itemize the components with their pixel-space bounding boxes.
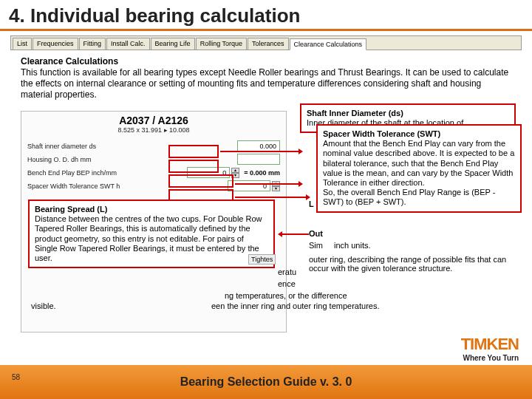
frag-inch: inch units. (334, 241, 371, 250)
callout-shaft-title: Shaft Inner Diameter (ds) (307, 109, 403, 117)
brand-tag: Where You Turn (461, 354, 519, 362)
tab-list[interactable]: List (13, 38, 32, 50)
arrow-swt (235, 197, 309, 198)
input-dh[interactable] (237, 154, 280, 165)
label-bep: Bench End Play BEP inch/mm (27, 169, 187, 177)
callout-swt-title: Spacer Width Tolerance (SWT) (323, 129, 440, 138)
input-ds[interactable] (237, 140, 280, 151)
callout-swt: Spacer Width Tolerance (SWT) Amount that… (316, 124, 522, 213)
tab-life[interactable]: Bearing Life (151, 38, 195, 50)
row-ds: Shaft inner diameter ds (27, 140, 280, 151)
unit-bep: = 0.000 mm (244, 169, 280, 177)
brand-block: TIMKEN Where You Turn (461, 335, 519, 362)
frag-outer-ring: outer ring, describing the range of poss… (309, 255, 516, 273)
callout-spread-title: Bearing Spread (L) (35, 205, 107, 214)
frag-out: Out (309, 229, 323, 238)
tab-fitting[interactable]: Fitting (79, 38, 106, 50)
row-swt: Spacer Width Tolerance SWT h ▴▾ (27, 180, 280, 191)
tab-clearance[interactable]: Clearance Calculations (290, 38, 367, 50)
row-dh: Housing O. D. dh mm (27, 154, 280, 165)
stepper-swt[interactable]: ▴▾ (272, 181, 280, 191)
arrow-bep (235, 183, 301, 185)
tab-tolerances[interactable]: Tolerances (248, 38, 289, 50)
intro-body: This function is available for all beari… (21, 67, 508, 100)
footer-bar: 58 Bearing Selection Guide v. 3. 0 (0, 365, 532, 399)
row-bep: Bench End Play BEP inch/mm ▴▾ = 0.000 mm (27, 167, 280, 178)
callout-spread-body: Distance between the centres of the two … (35, 214, 262, 262)
frag-temp2: ng temperatures, or the difference (225, 291, 347, 300)
callout-spread: Bearing Spread (L) Distance between the … (28, 200, 275, 268)
frag-L: L (309, 200, 314, 208)
frag-visible: visible. (31, 301, 56, 310)
highlight-dh (168, 160, 219, 173)
highlight-bep (168, 174, 233, 188)
bearing-name: A2037 / A2126 (21, 115, 286, 126)
tab-bar: List Frequencies Fitting Install Calc. B… (10, 35, 522, 50)
intro-heading: Clearance Calculations (21, 56, 118, 66)
tab-install[interactable]: Install Calc. (106, 38, 150, 50)
page-number: 58 (12, 373, 20, 381)
frag-sim: Sim (309, 241, 323, 250)
footer-title: Bearing Selection Guide v. 3. 0 (180, 375, 352, 389)
slide-header: 4. Individual bearing calculation (0, 0, 532, 31)
arrow-out (279, 233, 309, 235)
highlight-ds (168, 145, 219, 158)
tab-torque[interactable]: Rolling Torque (196, 38, 247, 50)
tab-frequencies[interactable]: Frequencies (33, 38, 78, 50)
brand-logo: TIMKEN (461, 335, 519, 354)
slide-title: 4. Individual bearing calculation (9, 4, 523, 27)
intro-block: Clearance Calculations This function is … (21, 56, 511, 100)
input-swt[interactable] (228, 180, 270, 191)
btn-tightest[interactable]: Tightes (248, 254, 276, 265)
arrow-ds (220, 151, 301, 152)
frag-eratu: eratu (278, 267, 296, 276)
bearing-dims: 8.525 x 31.991 ▸ 10.008 (21, 126, 286, 134)
frag-ence: ence (278, 279, 296, 288)
diagram-canvas: A2037 / A2126 8.525 x 31.991 ▸ 10.008 Sh… (10, 103, 522, 347)
callout-swt-body: Amount that the Bench End Play can vary … (323, 139, 514, 206)
frag-temp3: een the inner ring and outer ring temper… (211, 301, 403, 310)
